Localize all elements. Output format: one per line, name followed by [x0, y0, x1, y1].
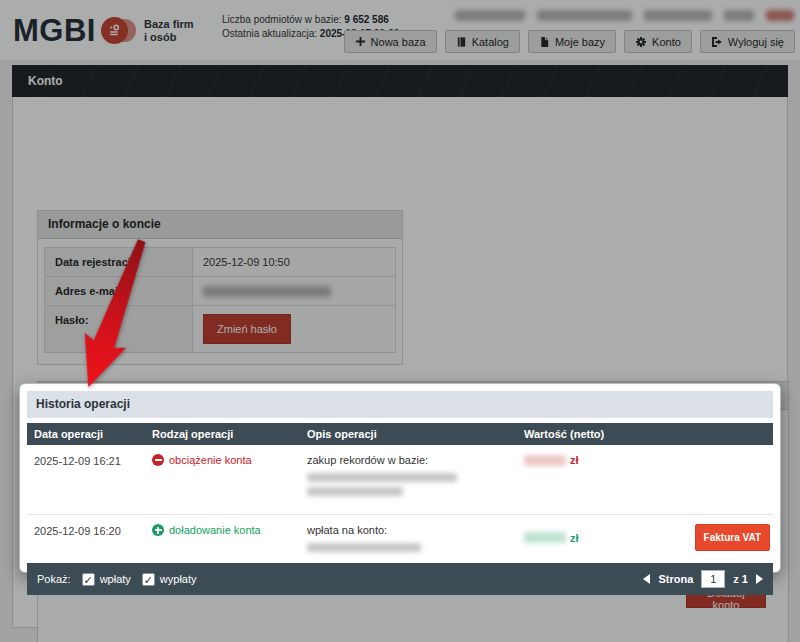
history-table-header: Data operacji Rodzaj operacji Opis opera…	[27, 423, 773, 445]
checkbox-checked-icon[interactable]: ✓	[82, 573, 95, 586]
filter-deposits[interactable]: ✓ wpłaty	[82, 573, 131, 586]
show-label: Pokaż:	[37, 573, 71, 585]
plus-circle-icon	[152, 524, 164, 536]
operation-type: obciążenie konta	[152, 454, 307, 466]
prev-page-icon[interactable]	[643, 574, 650, 584]
operation-value: zł	[524, 524, 579, 551]
redacted-amount	[524, 532, 566, 543]
operation-description: zakup rekordów w bazie:	[307, 454, 524, 466]
next-page-icon[interactable]	[756, 574, 763, 584]
history-title: Historia operacji	[27, 391, 773, 418]
filter-withdrawals[interactable]: ✓ wypłaty	[142, 573, 197, 586]
page: MGBI Baza firm i osób Liczba podmiotów w…	[0, 0, 800, 642]
history-panel: Historia operacji Data operacji Rodzaj o…	[20, 384, 780, 572]
invoice-button[interactable]: Faktura VAT	[695, 524, 770, 551]
history-footer: Pokaż: ✓ wpłaty ✓ wypłaty Strona z 1	[27, 563, 773, 595]
minus-circle-icon	[152, 454, 164, 466]
page-of-label: z 1	[733, 573, 748, 585]
operation-value: zł	[524, 454, 773, 466]
column-date: Data operacji	[27, 428, 152, 440]
column-description: Opis operacji	[307, 428, 524, 440]
redacted-amount	[524, 455, 566, 466]
checkbox-checked-icon[interactable]: ✓	[142, 573, 155, 586]
column-value: Wartość (netto)	[524, 428, 773, 440]
operation-type: doładowanie konta	[152, 524, 307, 536]
history-row-debit: 2025-12-09 16:21 obciążenie konta zakup …	[27, 445, 773, 515]
page-number-input[interactable]	[701, 570, 725, 588]
history-row-credit: 2025-12-09 16:20 doładowanie konta wpłat…	[27, 515, 773, 564]
operation-date: 2025-12-09 16:21	[27, 454, 152, 467]
pagination: Strona z 1	[643, 570, 763, 588]
page-label: Strona	[658, 573, 693, 585]
redacted-description	[307, 473, 524, 496]
redacted-description	[307, 543, 524, 552]
operation-description: wpłata na konto:	[307, 524, 524, 536]
operation-date: 2025-12-09 16:20	[27, 524, 152, 537]
column-type: Rodzaj operacji	[152, 428, 307, 440]
